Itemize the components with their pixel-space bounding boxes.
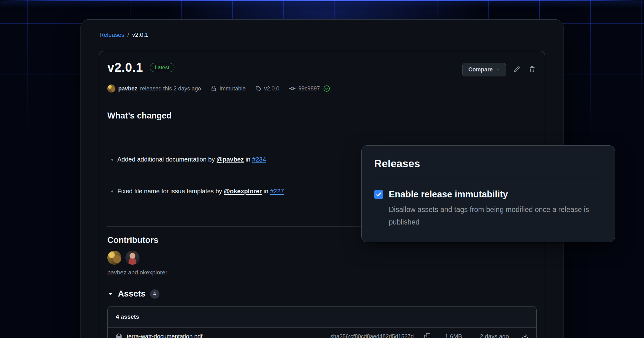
user-mention-link[interactable]: @okexplorer (224, 188, 262, 195)
immutable-indicator: Immutable (211, 85, 246, 92)
popup-divider (374, 178, 602, 178)
commit-indicator: 99c9897 (289, 85, 330, 92)
change-text: Fixed file name for issue templates by (117, 188, 224, 195)
immutability-description: Disallow assets and tags from being modi… (389, 203, 598, 228)
released-ago-text: released this 2 days ago (140, 85, 201, 92)
assets-count-badge: 4 (150, 289, 159, 299)
chevron-down-icon (496, 68, 500, 72)
releases-settings-popup: Releases Enable release immutability Dis… (361, 145, 615, 242)
contributor-avatars (107, 251, 537, 265)
popup-heading: Releases (374, 157, 602, 170)
latest-badge: Latest (150, 63, 174, 72)
copy-icon (424, 333, 430, 338)
user-mention-link[interactable]: @pavbez (217, 156, 244, 163)
tag-icon (256, 86, 261, 91)
author-avatar[interactable] (107, 84, 115, 93)
asset-file-link[interactable]: terra-watt-documentation.pdf (127, 333, 330, 338)
breadcrumb-separator: / (127, 31, 129, 38)
immutable-label: Immutable (219, 85, 246, 92)
contributor-avatar-pavbez[interactable] (107, 251, 121, 265)
immutability-checkbox[interactable] (374, 190, 383, 199)
copy-sha-button[interactable] (423, 332, 431, 338)
whats-changed-heading: What’s changed (107, 111, 537, 126)
release-meta-row: pavbez released this 2 days ago Immutabl… (107, 84, 537, 102)
release-author-group: pavbez released this 2 days ago (107, 84, 201, 93)
delete-release-button[interactable] (528, 65, 537, 75)
change-text: Added additional documentation by (117, 156, 217, 163)
tag-name: v2.0.0 (264, 85, 279, 92)
contributor-names: pavbez and okexplorer (107, 269, 537, 276)
assets-table-header: 4 assets (108, 307, 536, 327)
asset-size: 1.6MB (431, 333, 462, 338)
release-actions: Compare (462, 63, 537, 76)
release-title: v2.0.1 (107, 60, 143, 75)
tag-indicator: v2.0.0 (256, 85, 279, 92)
breadcrumb: Releases / v2.0.1 (100, 31, 545, 38)
triangle-down-icon (107, 291, 114, 297)
assets-table: 4 assets terra-watt-documentation.pdf sh… (107, 306, 537, 338)
change-text: in (244, 156, 252, 163)
download-asset-button[interactable] (509, 333, 528, 338)
verified-check-icon (324, 85, 330, 92)
asset-sha-digest: sha256:cf80cd8aed482d5d1527d... (330, 333, 418, 338)
pr-link[interactable]: #227 (270, 188, 284, 195)
breadcrumb-releases-link[interactable]: Releases (100, 31, 124, 38)
package-icon (116, 333, 122, 338)
compare-button-label: Compare (468, 66, 493, 73)
compare-button[interactable]: Compare (462, 63, 506, 76)
asset-date: 2 days ago (462, 333, 509, 338)
author-name[interactable]: pavbez (118, 85, 137, 92)
checkmark-icon (375, 191, 382, 198)
pencil-icon (514, 66, 520, 73)
pr-link[interactable]: #234 (252, 156, 266, 163)
lock-icon (211, 86, 217, 91)
download-icon (522, 333, 528, 338)
assets-toggle[interactable]: Assets 4 (107, 289, 537, 299)
commit-sha[interactable]: 99c9897 (298, 85, 320, 92)
immutability-setting-row: Enable release immutability (374, 189, 602, 200)
change-text: in (262, 188, 270, 195)
edit-release-button[interactable] (512, 65, 521, 75)
trash-icon (529, 66, 535, 73)
background-top-glow-line (0, 0, 644, 1)
contributor-avatar-okexplorer[interactable] (125, 251, 139, 265)
release-title-group: v2.0.1 Latest (107, 60, 174, 75)
git-commit-icon (289, 85, 295, 92)
release-header: v2.0.1 Latest Compare (107, 60, 537, 76)
assets-heading: Assets (118, 289, 146, 299)
breadcrumb-current: v2.0.1 (132, 31, 149, 38)
immutability-label[interactable]: Enable release immutability (389, 189, 508, 200)
asset-row: terra-watt-documentation.pdf sha256:cf80… (108, 327, 536, 338)
